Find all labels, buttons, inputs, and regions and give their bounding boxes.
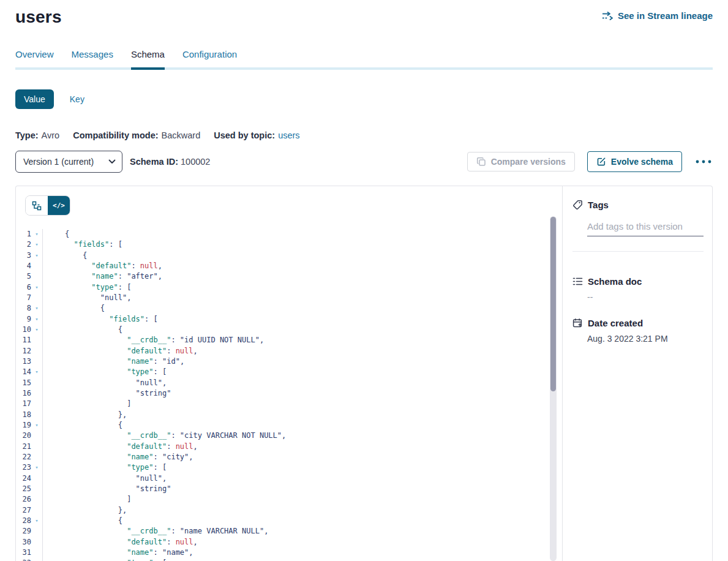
line-number: 32 [16, 558, 31, 561]
line-number: 25 [16, 484, 31, 494]
code-line-text: "fields": [ [42, 314, 158, 325]
tab-configuration[interactable]: Configuration [182, 49, 237, 70]
code-line-text: "__crdb__": "name VARCHAR NULL", [42, 526, 268, 537]
fold-toggle-icon[interactable]: ▾ [32, 516, 41, 526]
fold-toggle-icon[interactable]: ▾ [32, 250, 41, 261]
fold-spacer [32, 452, 41, 462]
stream-lineage-label: See in Stream lineage [618, 10, 713, 21]
fold-toggle-icon[interactable]: ▾ [32, 229, 41, 239]
key-toggle-button[interactable]: Key [66, 89, 88, 109]
sidebar-divider [572, 251, 704, 252]
code-line: 16 "string" [16, 388, 562, 399]
schema-id-label: Schema ID: [130, 157, 178, 167]
ellipsis-icon [696, 160, 711, 164]
tags-title: Tags [588, 200, 609, 210]
code-line: 22 "name": "city", [16, 452, 562, 462]
stream-lineage-link[interactable]: See in Stream lineage [602, 10, 713, 21]
code-view-button[interactable]: </> [48, 196, 70, 215]
code-line-text: }, [42, 410, 127, 420]
code-line: 24 "null", [16, 473, 562, 484]
code-line-text: { [42, 516, 122, 526]
fold-spacer [32, 399, 41, 409]
schema-page: users See in Stream lineage Overview Mes… [0, 0, 728, 561]
tree-view-button[interactable] [26, 196, 48, 215]
schema-doc-header: Schema doc [572, 276, 704, 287]
schema-id-value: 100002 [181, 157, 210, 167]
code-line-text: "default": null, [42, 346, 198, 356]
tab-overview[interactable]: Overview [15, 49, 54, 70]
tab-bar: Overview Messages Schema Configuration [15, 49, 713, 70]
topic-link[interactable]: users [278, 130, 299, 140]
line-number: 7 [16, 293, 31, 303]
tab-schema[interactable]: Schema [131, 49, 165, 70]
code-line: 7 "null", [16, 293, 562, 303]
tree-view-icon [32, 201, 42, 211]
fold-spacer [32, 442, 41, 452]
meta-compatibility: Compatibility mode: Backward [73, 130, 200, 140]
stream-lineage-icon [602, 12, 614, 20]
fold-toggle-icon[interactable]: ▾ [32, 239, 41, 250]
tab-messages[interactable]: Messages [72, 49, 113, 70]
code-line: 15 "null", [16, 378, 562, 388]
line-number: 17 [16, 399, 31, 409]
tags-header: Tags [572, 200, 704, 210]
line-number: 9 [16, 314, 31, 325]
fold-toggle-icon[interactable]: ▾ [32, 314, 41, 325]
line-number: 21 [16, 442, 31, 452]
code-line: 31 "name": "name", [16, 548, 562, 558]
fold-toggle-icon[interactable]: ▾ [32, 282, 41, 293]
line-number: 30 [16, 537, 31, 548]
line-number: 26 [16, 494, 31, 505]
value-toggle-button[interactable]: Value [15, 89, 54, 109]
code-line-text: "fields": [ [42, 239, 122, 250]
compatibility-label: Compatibility mode: [73, 130, 158, 140]
fold-spacer [32, 410, 41, 420]
version-controls: Version 1 (current) Schema ID: 100002 [15, 151, 210, 173]
fold-spacer [32, 271, 41, 282]
code-scrollbar-track[interactable] [550, 216, 557, 561]
code-view-icon: </> [53, 201, 65, 209]
date-created-section: Date created Aug. 3 2022 3:21 PM [572, 318, 704, 344]
action-buttons: Compare versions Evolve schema [467, 151, 713, 172]
fold-toggle-icon[interactable]: ▾ [32, 325, 41, 335]
fold-toggle-icon[interactable]: ▾ [32, 420, 41, 431]
code-scrollbar-thumb[interactable] [550, 217, 556, 391]
meta-used-by-topic: Used by topic: users [214, 130, 299, 140]
line-number: 15 [16, 378, 31, 388]
fold-spacer [32, 505, 41, 516]
code-line: 18 }, [16, 410, 562, 420]
line-number: 23 [16, 462, 31, 473]
compare-versions-button[interactable]: Compare versions [467, 152, 575, 171]
version-select[interactable]: Version 1 (current) [15, 151, 122, 173]
schema-meta-row: Type: Avro Compatibility mode: Backward … [15, 130, 713, 140]
fold-toggle-icon[interactable]: ▾ [32, 303, 41, 314]
code-line-text: "name": "id", [42, 356, 184, 367]
more-options-button[interactable] [694, 159, 713, 165]
line-number: 5 [16, 271, 31, 282]
fold-toggle-icon[interactable]: ▾ [32, 558, 41, 561]
code-line-text: "name": "after", [42, 271, 162, 282]
compatibility-value: Backward [162, 130, 201, 140]
fold-spacer [32, 335, 41, 345]
fold-toggle-icon[interactable]: ▾ [32, 462, 41, 473]
line-number: 18 [16, 410, 31, 420]
code-line-text: "null", [42, 378, 167, 388]
tags-input[interactable] [587, 219, 704, 236]
code-line: 19▾ { [16, 420, 562, 431]
copy-icon [476, 157, 486, 167]
code-line: 8▾ { [16, 303, 562, 314]
meta-type: Type: Avro [15, 130, 59, 140]
code-line: 6▾ "type": [ [16, 282, 562, 293]
line-number: 2 [16, 239, 31, 250]
code-line-text: "null", [42, 293, 131, 303]
code-line: 27 }, [16, 505, 562, 516]
fold-spacer [32, 526, 41, 537]
evolve-schema-button[interactable]: Evolve schema [587, 151, 682, 172]
line-number: 28 [16, 516, 31, 526]
date-created-header: Date created [572, 318, 704, 328]
fold-toggle-icon[interactable]: ▾ [32, 367, 41, 377]
line-number: 24 [16, 473, 31, 484]
code-line-text: { [42, 325, 122, 335]
tag-icon [572, 200, 583, 210]
code-line-text: { [42, 420, 122, 431]
